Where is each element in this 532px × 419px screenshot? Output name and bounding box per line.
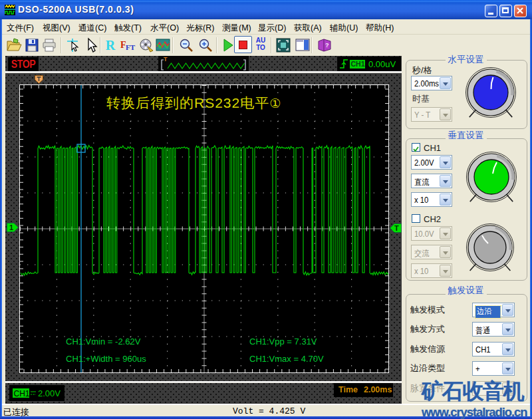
- svg-text:0.00uV: 0.00uV: [368, 59, 396, 69]
- svg-text:1: 1: [9, 223, 13, 231]
- svg-text:CH1: CH1: [351, 60, 365, 68]
- svg-text:CH1: CH1: [14, 389, 30, 398]
- svg-text:T: T: [394, 224, 399, 232]
- svg-text:2.00V: 2.00V: [38, 388, 61, 398]
- svg-text:?: ?: [325, 42, 329, 49]
- svg-text:T: T: [164, 56, 168, 63]
- svg-text:FT: FT: [126, 43, 136, 51]
